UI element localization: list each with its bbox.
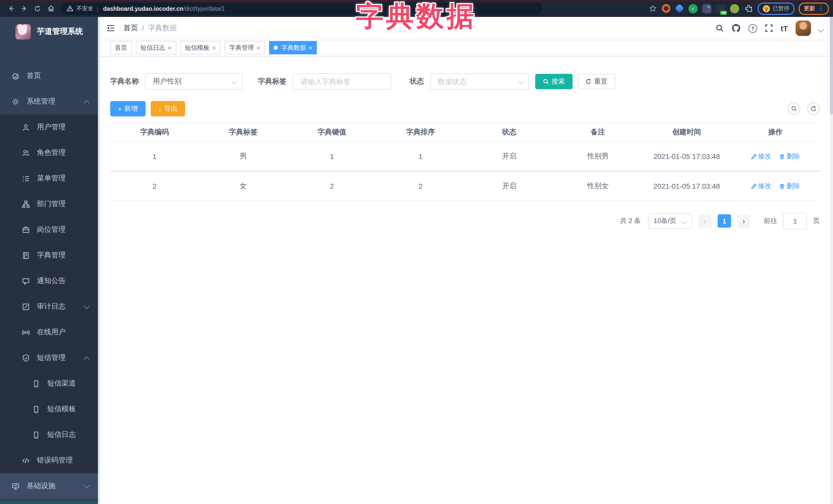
cell-value: 2: [288, 171, 376, 201]
extension-icon-orange[interactable]: [662, 4, 670, 13]
trash-icon: [780, 183, 785, 189]
export-button[interactable]: ↓ 导出: [150, 101, 185, 116]
sidebar-item-dict-mgmt[interactable]: 字典管理: [0, 242, 98, 268]
browser-reload-button[interactable]: [31, 2, 44, 15]
help-icon[interactable]: ?: [748, 24, 757, 32]
chevron-down-icon: [681, 219, 687, 224]
reset-button[interactable]: 重置: [578, 74, 615, 89]
sidebar-item-sms-channel[interactable]: 短信渠道: [0, 371, 98, 396]
extension-icon-dark[interactable]: on: [716, 4, 725, 13]
status-select[interactable]: [430, 73, 529, 90]
page-size-select[interactable]: 10条/页: [648, 213, 692, 229]
col-dict-code: 字典编码: [110, 123, 199, 142]
sidebar-item-dept-mgmt[interactable]: 部门管理: [0, 191, 98, 217]
cell-label: 女: [199, 171, 288, 201]
close-icon[interactable]: ×: [168, 44, 171, 51]
bookmark-star-icon[interactable]: [649, 5, 657, 12]
sidebar-item-error-code[interactable]: 错误码管理: [0, 448, 98, 473]
tag-sms-template[interactable]: 短信模板×: [180, 41, 220, 54]
dict-name-select-value[interactable]: [152, 77, 236, 86]
close-icon[interactable]: ×: [256, 44, 260, 51]
header-search-icon[interactable]: [716, 24, 724, 32]
col-created: 创建时间: [642, 123, 731, 142]
github-icon[interactable]: [732, 24, 741, 33]
sidebar-item-menu-mgmt[interactable]: 菜单管理: [0, 166, 98, 191]
next-page-button[interactable]: ›: [737, 214, 751, 227]
browser-back-button[interactable]: [4, 2, 18, 15]
extension-icon-green-check[interactable]: ✓: [688, 4, 698, 13]
search-button[interactable]: 搜索: [535, 74, 573, 89]
sidebar-item-sms-mgmt[interactable]: 短信管理: [0, 345, 98, 371]
sidebar-item-notice[interactable]: 通知公告: [0, 268, 98, 294]
dict-name-select[interactable]: [145, 73, 242, 90]
font-size-icon[interactable]: tT: [781, 24, 788, 32]
sidebar-fold-icon[interactable]: [106, 24, 115, 33]
profile-paused-chip[interactable]: 已暂停: [758, 2, 794, 15]
breadcrumb-home[interactable]: 首页: [123, 24, 138, 33]
cell-sort: 2: [376, 171, 465, 201]
browser-forward-button[interactable]: [18, 2, 31, 15]
navbar-right-tools: ? tT: [716, 21, 830, 36]
close-icon[interactable]: ×: [309, 44, 312, 51]
browser-update-button[interactable]: 更新 ⋮: [799, 2, 829, 15]
sidebar-logo-row[interactable]: 芋道管理系统: [0, 17, 100, 46]
extensions-puzzle-icon[interactable]: [744, 4, 753, 13]
extension-icon-toggles[interactable]: [702, 4, 712, 13]
tag-dict-mgmt[interactable]: 字典管理×: [224, 41, 265, 54]
user-avatar[interactable]: [795, 21, 811, 36]
sidebar-item-system-mgmt[interactable]: 系统管理: [0, 89, 98, 114]
refresh-table-button[interactable]: [807, 102, 820, 115]
tag-home[interactable]: 首页: [110, 41, 132, 54]
goto-page-input[interactable]: [783, 213, 807, 229]
sidebar-item-post-mgmt[interactable]: 岗位管理: [0, 217, 98, 242]
tree-icon: [22, 200, 30, 208]
omnibox-divider: [97, 5, 98, 11]
col-status: 状态: [465, 123, 554, 142]
extension-icon-green[interactable]: [730, 4, 739, 13]
sidebar-item-sms-log[interactable]: 短信日志: [0, 422, 98, 448]
main-area: 首页 / 字典数据 ? tT 首页 短信日志× 短信模板× 字典管理× 字典数据…: [100, 17, 830, 504]
sidebar-scrollbar[interactable]: [98, 17, 100, 504]
edit-link[interactable]: 修改: [751, 182, 771, 191]
browser-menu-icon[interactable]: ⋮: [818, 5, 824, 12]
col-dict-value: 字典键值: [288, 123, 376, 142]
on-badge: on: [720, 10, 727, 15]
fullscreen-icon[interactable]: [765, 24, 773, 32]
sidebar-item-infrastructure[interactable]: 基础设施: [0, 473, 98, 499]
col-dict-sort: 字典排序: [376, 123, 465, 142]
prev-page-button[interactable]: ‹: [698, 214, 712, 227]
table-row: 2 女 2 2 开启 性别女 2021-01-05 17:03:48 修改 删除: [110, 171, 820, 201]
cell-remark: 性别男: [554, 142, 642, 171]
tag-sms-log[interactable]: 短信日志×: [136, 41, 176, 54]
edit-link[interactable]: 修改: [751, 152, 771, 161]
browser-home-button[interactable]: [44, 2, 57, 15]
sidebar-item-online-users[interactable]: 在线用户: [0, 319, 98, 345]
goto-label: 前往: [764, 216, 777, 225]
not-secure-label[interactable]: 不安全: [76, 5, 93, 12]
delete-link[interactable]: 删除: [780, 182, 800, 191]
system-mgmt-submenu: 用户管理 角色管理 菜单管理 部门管理 岗位管理: [0, 114, 98, 473]
trash-icon: [780, 153, 785, 159]
tag-dict-data-active[interactable]: 字典数据×: [269, 41, 317, 54]
sidebar-item-audit-log[interactable]: 审计日志: [0, 294, 98, 319]
dict-label-input-wrap[interactable]: [293, 73, 391, 90]
current-page[interactable]: 1: [718, 214, 731, 227]
tags-view-bar: 首页 短信日志× 短信模板× 字典管理× 字典数据×: [100, 40, 830, 56]
avatar-caret-icon[interactable]: [818, 27, 824, 33]
dict-name-label: 字典名称: [110, 77, 139, 86]
status-select-value[interactable]: [437, 77, 522, 86]
toggle-search-button[interactable]: [788, 102, 800, 115]
add-button[interactable]: + 新增: [110, 101, 145, 116]
close-icon[interactable]: ×: [212, 44, 216, 51]
dict-label-input[interactable]: [300, 77, 384, 86]
sidebar-item-user-mgmt[interactable]: 用户管理: [0, 114, 98, 140]
delete-link[interactable]: 删除: [780, 152, 800, 161]
main-scrollbar[interactable]: [830, 17, 833, 504]
shield-check-icon: [22, 354, 30, 362]
sidebar-item-home[interactable]: 首页: [0, 63, 98, 89]
table-toolbar: + 新增 ↓ 导出: [110, 101, 820, 116]
sidebar-item-sms-template[interactable]: 短信模板: [0, 396, 98, 422]
scrollbar-thumb[interactable]: [830, 17, 833, 114]
extension-icon-blue-gem[interactable]: [675, 4, 684, 13]
sidebar-item-role-mgmt[interactable]: 角色管理: [0, 140, 98, 166]
